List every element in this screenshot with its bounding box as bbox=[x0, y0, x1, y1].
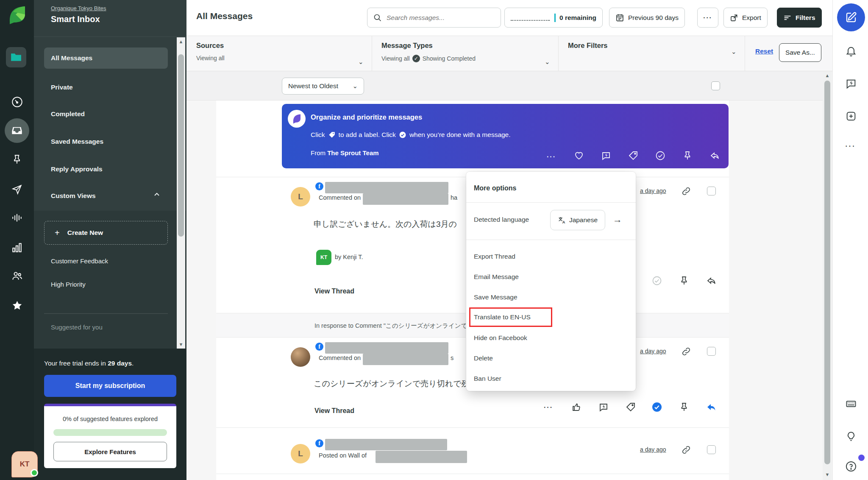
list-scrollbar[interactable]: ▲ ▼ bbox=[823, 71, 832, 480]
search-input[interactable] bbox=[386, 14, 485, 22]
tag-icon[interactable] bbox=[628, 151, 638, 161]
ellipsis-icon[interactable]: ··· bbox=[547, 153, 557, 163]
reply-filled-icon[interactable] bbox=[706, 402, 716, 412]
sidebar-item-private[interactable]: Private bbox=[51, 84, 157, 91]
pin-icon[interactable] bbox=[0, 150, 34, 169]
chat-lightning-icon[interactable] bbox=[601, 151, 611, 161]
date-range-button[interactable]: Previous 90 days bbox=[609, 8, 685, 28]
filters-button[interactable]: Filters bbox=[777, 8, 822, 28]
scroll-down-arrow[interactable]: ▼ bbox=[177, 342, 185, 347]
create-new-button[interactable]: + Create New bbox=[44, 221, 168, 245]
folder-icon[interactable] bbox=[6, 47, 26, 67]
ellipsis-icon[interactable]: ··· bbox=[544, 404, 553, 411]
scrollbar-thumb[interactable] bbox=[824, 81, 830, 464]
export-button[interactable]: Export bbox=[723, 8, 768, 28]
thumbs-up-icon[interactable] bbox=[571, 402, 581, 412]
more-filters-label[interactable]: More Filters bbox=[568, 42, 608, 50]
sidebar-item-high-priority[interactable]: High Priority bbox=[51, 281, 157, 288]
completed-check-icon[interactable] bbox=[652, 402, 662, 412]
chat-lightning-icon[interactable] bbox=[845, 78, 857, 89]
star-icon[interactable] bbox=[0, 296, 34, 315]
scroll-up-arrow[interactable]: ▲ bbox=[177, 39, 185, 44]
timestamp-link[interactable]: a day ago bbox=[640, 446, 666, 453]
sources-filter[interactable]: Sources Viewing all bbox=[196, 42, 225, 61]
start-subscription-button[interactable]: Start my subscription bbox=[44, 375, 176, 397]
menu-item-ban-user[interactable]: Ban User bbox=[474, 375, 501, 382]
paper-plane-icon[interactable] bbox=[0, 180, 34, 199]
reply-icon[interactable] bbox=[706, 276, 716, 286]
banner-text: Click bbox=[311, 131, 325, 139]
chevron-down-icon[interactable]: ⌄ bbox=[545, 58, 550, 66]
remaining-usage-button[interactable]: 0 remaining bbox=[504, 8, 603, 28]
chevron-down-icon[interactable]: ⌄ bbox=[731, 48, 737, 56]
sender-avatar-photo[interactable] bbox=[291, 347, 310, 367]
pin-icon[interactable] bbox=[679, 402, 689, 412]
message-checkbox[interactable] bbox=[707, 445, 716, 454]
divider bbox=[216, 427, 729, 428]
permalink-icon[interactable] bbox=[682, 347, 691, 356]
permalink-icon[interactable] bbox=[682, 187, 691, 196]
menu-item-export-thread[interactable]: Export Thread bbox=[474, 253, 515, 260]
arrow-right-icon[interactable]: → bbox=[613, 214, 622, 225]
sidebar-item-all-messages-label[interactable]: All Messages bbox=[51, 54, 157, 62]
menu-item-hide-on-facebook[interactable]: Hide on Facebook bbox=[474, 334, 527, 342]
reset-link[interactable]: Reset bbox=[755, 47, 773, 55]
scrollbar-thumb[interactable] bbox=[178, 54, 184, 237]
message-checkbox[interactable] bbox=[707, 347, 716, 356]
sprout-logo-icon[interactable] bbox=[7, 4, 27, 25]
reply-icon[interactable] bbox=[709, 151, 720, 161]
view-thread-link[interactable]: View Thread bbox=[314, 407, 354, 415]
lightbulb-icon[interactable] bbox=[845, 431, 857, 443]
people-icon[interactable] bbox=[0, 266, 34, 285]
tag-icon[interactable] bbox=[626, 402, 636, 412]
menu-item-delete[interactable]: Delete bbox=[474, 354, 493, 362]
search-box[interactable] bbox=[367, 8, 501, 28]
sort-dropdown[interactable]: Newest to Oldest ⌄ bbox=[282, 78, 364, 95]
sidebar-item-reply-approvals[interactable]: Reply Approvals bbox=[51, 165, 157, 173]
timestamp-link[interactable]: a day ago bbox=[640, 348, 666, 354]
message-types-filter[interactable]: Message Types Viewing all ✓ Showing Comp… bbox=[381, 42, 476, 62]
menu-item-translate[interactable]: Translate to EN-US bbox=[474, 313, 531, 321]
view-thread-link[interactable]: View Thread bbox=[314, 287, 354, 295]
heart-icon[interactable] bbox=[574, 151, 584, 161]
bar-chart-icon[interactable] bbox=[0, 238, 34, 257]
language-pill-button[interactable]: A Japanese bbox=[550, 210, 605, 230]
help-icon[interactable] bbox=[845, 460, 857, 472]
bell-icon[interactable] bbox=[845, 45, 857, 57]
more-actions-button[interactable]: ··· bbox=[697, 8, 718, 28]
pin-icon[interactable] bbox=[679, 276, 689, 286]
divider bbox=[34, 36, 186, 37]
waveform-icon[interactable] bbox=[0, 208, 34, 227]
sidebar-item-customer-feedback[interactable]: Customer Feedback bbox=[51, 257, 157, 265]
permalink-icon[interactable] bbox=[682, 445, 691, 455]
check-circle-icon[interactable] bbox=[652, 276, 662, 286]
compose-button[interactable] bbox=[837, 3, 865, 31]
sidebar-item-custom-views[interactable]: Custom Views bbox=[51, 192, 157, 200]
menu-item-email-message[interactable]: Email Message bbox=[474, 273, 519, 281]
select-all-checkbox[interactable] bbox=[711, 81, 720, 90]
menu-item-save-message[interactable]: Save Message bbox=[474, 293, 517, 301]
save-as-button[interactable]: Save As... bbox=[779, 43, 821, 62]
pin-icon[interactable] bbox=[682, 151, 693, 161]
chevron-down-icon[interactable]: ⌄ bbox=[358, 58, 364, 66]
filter-bar: Sources Viewing all ⌄ Message Types View… bbox=[186, 36, 832, 71]
explore-features-button[interactable]: Explore Features bbox=[53, 442, 167, 461]
account-link[interactable]: Organique Tokyo Bites bbox=[51, 5, 106, 11]
sidebar-item-saved-messages[interactable]: Saved Messages bbox=[51, 138, 157, 145]
scroll-up-arrow[interactable]: ▲ bbox=[823, 73, 832, 78]
ellipsis-icon[interactable]: ··· bbox=[833, 142, 868, 150]
sidebar-scrollbar[interactable]: ▲ ▼ bbox=[177, 37, 185, 349]
keyboard-icon[interactable] bbox=[845, 398, 857, 410]
inbox-icon[interactable] bbox=[5, 118, 29, 143]
sender-avatar[interactable]: L bbox=[291, 187, 310, 207]
chevron-up-icon[interactable] bbox=[153, 191, 160, 198]
timestamp-link[interactable]: a day ago bbox=[640, 187, 666, 194]
add-square-icon[interactable] bbox=[845, 110, 857, 122]
message-checkbox[interactable] bbox=[707, 187, 716, 195]
speedometer-icon[interactable] bbox=[0, 92, 34, 111]
chat-lightning-icon[interactable] bbox=[598, 402, 609, 412]
check-circle-icon[interactable] bbox=[655, 151, 665, 161]
scroll-down-arrow[interactable]: ▼ bbox=[823, 472, 832, 477]
sender-avatar[interactable]: L bbox=[291, 444, 310, 463]
sidebar-item-completed[interactable]: Completed bbox=[51, 110, 157, 118]
